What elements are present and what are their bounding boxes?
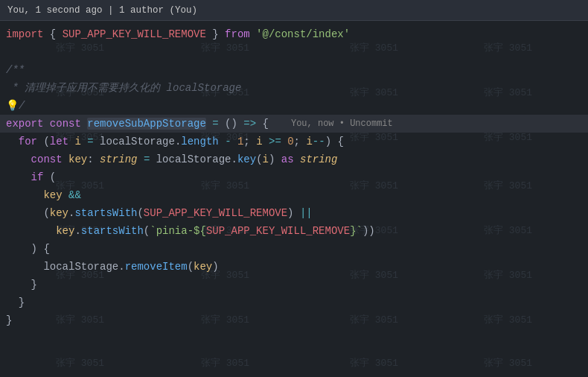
- code-text: (key.startsWith(SUP_APP_KEY_WILL_REMOVE)…: [6, 204, 313, 222]
- watermark: 张宇 3051: [484, 356, 532, 370]
- code-line-comment3: 💡/: [0, 97, 588, 115]
- code-text: if (: [6, 168, 56, 186]
- code-text: [6, 43, 12, 61]
- code-text: for (let i = localStorage.length - 1; i …: [6, 133, 344, 151]
- code-area: import { SUP_APP_KEY_WILL_REMOVE } from …: [0, 21, 588, 329]
- code-text: * 清理掉子应用不需要持久化的 localStorage: [6, 79, 241, 97]
- code-line-import: import { SUP_APP_KEY_WILL_REMOVE } from …: [0, 25, 588, 43]
- code-line-remove-item: localStorage.removeItem(key): [0, 258, 588, 276]
- code-text: import { SUP_APP_KEY_WILL_REMOVE } from …: [6, 25, 350, 43]
- code-line-close-inner: }: [0, 276, 588, 294]
- code-line-if: if (: [0, 168, 588, 186]
- watermark: 张宇 3051: [201, 356, 249, 370]
- code-line-close-for: }: [0, 294, 588, 311]
- inline-blame: You, now • Uncommit: [291, 118, 393, 129]
- code-line-blank: [0, 43, 588, 61]
- watermark: 张宇 3051: [56, 356, 104, 370]
- code-line-comment1: /**: [0, 61, 588, 79]
- code-line-export: export const removeSubAppStorage = () =>…: [0, 115, 588, 133]
- code-text: localStorage.removeItem(key): [6, 258, 219, 276]
- code-text: key.startsWith(`pinia-${SUP_APP_KEY_WILL…: [6, 222, 375, 240]
- code-line-const-key: const key: string = localStorage.key(i) …: [0, 151, 588, 168]
- code-line-key-and: key &&: [0, 186, 588, 204]
- code-line-startswith2: key.startsWith(`pinia-${SUP_APP_KEY_WILL…: [0, 222, 588, 240]
- code-text: }: [6, 294, 25, 311]
- code-text: ) {: [6, 240, 50, 258]
- code-text: /**: [6, 61, 25, 79]
- code-line-close-if: ) {: [0, 240, 588, 258]
- code-text: const key: string = localStorage.key(i) …: [6, 151, 337, 168]
- watermark: 张宇 3051: [350, 356, 398, 370]
- code-text: key &&: [6, 186, 81, 204]
- blame-header-text: You, 1 second ago | 1 author (You): [7, 5, 197, 16]
- code-text: }: [6, 276, 37, 294]
- code-line-close-fn: }: [0, 311, 588, 329]
- code-line-startswith1: (key.startsWith(SUP_APP_KEY_WILL_REMOVE)…: [0, 204, 588, 222]
- code-editor: 张宇 3051 张宇 3051 张宇 3051 张宇 3051 张宇 3051 …: [0, 0, 588, 377]
- code-text: }: [6, 311, 12, 329]
- code-text: export const removeSubAppStorage = () =>…: [6, 115, 269, 133]
- blame-header: You, 1 second ago | 1 author (You): [0, 0, 588, 21]
- code-line-for: for (let i = localStorage.length - 1; i …: [0, 133, 588, 151]
- code-line-comment2: * 清理掉子应用不需要持久化的 localStorage: [0, 79, 588, 97]
- code-text: 💡/: [6, 97, 25, 115]
